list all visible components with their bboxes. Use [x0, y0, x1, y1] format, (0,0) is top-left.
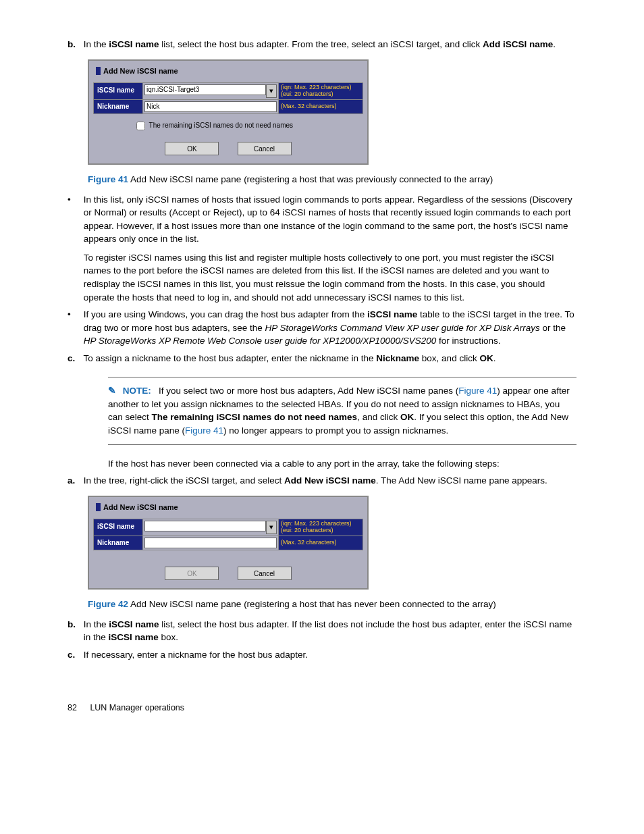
dlg2-nick-hint: (Max. 32 characters) [279, 536, 363, 550]
page-number: 82 [68, 703, 77, 712]
figure-41-caption: Figure 41 Add New iSCSI name pane (regis… [88, 173, 576, 186]
dialog-add-iscsi-2: Add New iSCSI name iSCSI name ▾ (iqn: Ma… [88, 496, 369, 590]
bullet-1: • In this list, only iSCSI names of host… [68, 193, 576, 305]
step-c2-label: c. [68, 648, 81, 662]
para-not-connected: If the host has never been connected via… [108, 457, 576, 471]
step-a2: a. In the tree, right-click the iSCSI ta… [68, 474, 576, 488]
footer-section: LUN Manager operations [90, 703, 184, 712]
page-footer: 82 LUN Manager operations [68, 702, 576, 714]
step-c-label: c. [68, 352, 81, 365]
link-figure-41a[interactable]: Figure 41 [458, 386, 497, 396]
dlg1-iscsi-input[interactable] [144, 84, 266, 95]
dlg2-iscsi-label: iSCSI name [94, 519, 143, 536]
dlg1-nick-input[interactable] [144, 101, 277, 112]
dlg2-ok-button[interactable]: OK [165, 567, 219, 580]
note-body: NOTE: If you select two or more host bus… [108, 386, 570, 436]
dlg1-iscsi-label: iSCSI name [94, 82, 143, 99]
figure-41-label: Figure 41 [88, 174, 128, 184]
note-icon: ✎ [108, 384, 120, 398]
dlg1-nick-hint: (Max. 32 characters) [279, 99, 363, 114]
dlg1-nick-label: Nickname [94, 99, 143, 114]
step-b: b. In the iSCSI name list, select the ho… [68, 38, 576, 51]
dlg1-ok-button[interactable]: OK [165, 142, 219, 155]
step-b-text: In the iSCSI name list, select the host … [84, 39, 556, 49]
dlg1-checkbox-label: The remaining iSCSI names do not need na… [149, 122, 293, 129]
step-a2-label: a. [68, 474, 81, 488]
dialog2-form: iSCSI name ▾ (iqn: Max. 223 characters) … [93, 519, 363, 551]
dropdown-icon[interactable]: ▾ [266, 521, 277, 534]
link-figure-41b[interactable]: Figure 41 [185, 425, 223, 436]
step-b2: b. In the iSCSI name list, select the ho… [68, 618, 576, 644]
dlg2-nick-input[interactable] [144, 538, 277, 548]
step-c: c. To assign a nickname to the host bus … [68, 352, 576, 365]
dlg1-nick-field[interactable] [143, 99, 279, 114]
dlg2-nick-field[interactable] [143, 536, 279, 550]
dlg2-iscsi-field[interactable]: ▾ [143, 519, 279, 536]
step-c2: c. If necessary, enter a nickname for th… [68, 648, 576, 662]
bullet-2: • If you are using Windows, you can drag… [68, 308, 576, 348]
dlg2-nick-label: Nickname [94, 536, 143, 550]
dialog1-title: Add New iSCSI name [93, 65, 363, 82]
note-block: ✎ NOTE: If you select two or more host b… [108, 377, 576, 444]
dlg1-iscsi-hint: (iqn: Max. 223 characters) (eui: 20 char… [279, 82, 363, 99]
step-b2-label: b. [68, 618, 81, 631]
step-c2-text: If necessary, enter a nickname for the h… [84, 650, 308, 660]
dlg2-iscsi-input[interactable] [144, 521, 266, 531]
dlg2-cancel-button[interactable]: Cancel [238, 567, 292, 580]
dialog1-form: iSCSI name ▾ (iqn: Max. 223 characters) … [93, 82, 363, 115]
dlg1-cancel-button[interactable]: Cancel [238, 142, 292, 155]
dlg1-iscsi-field[interactable]: ▾ [143, 82, 279, 99]
dropdown-icon[interactable]: ▾ [266, 84, 277, 98]
figure-42-caption: Figure 42 Add New iSCSI name pane (regis… [88, 598, 576, 611]
step-b-label: b. [68, 38, 81, 51]
step-c-text: To assign a nickname to the host bus ada… [84, 353, 496, 363]
dlg1-checkbox-row: The remaining iSCSI names do not need na… [93, 114, 363, 138]
dlg1-remaining-checkbox[interactable] [136, 122, 145, 130]
dialog2-title: Add New iSCSI name [93, 501, 363, 519]
figure-42-label: Figure 42 [88, 599, 128, 609]
dlg2-iscsi-hint: (iqn: Max. 223 characters) (eui: 20 char… [279, 519, 363, 536]
dialog-add-iscsi-1: Add New iSCSI name iSCSI name ▾ (iqn: Ma… [88, 59, 369, 165]
